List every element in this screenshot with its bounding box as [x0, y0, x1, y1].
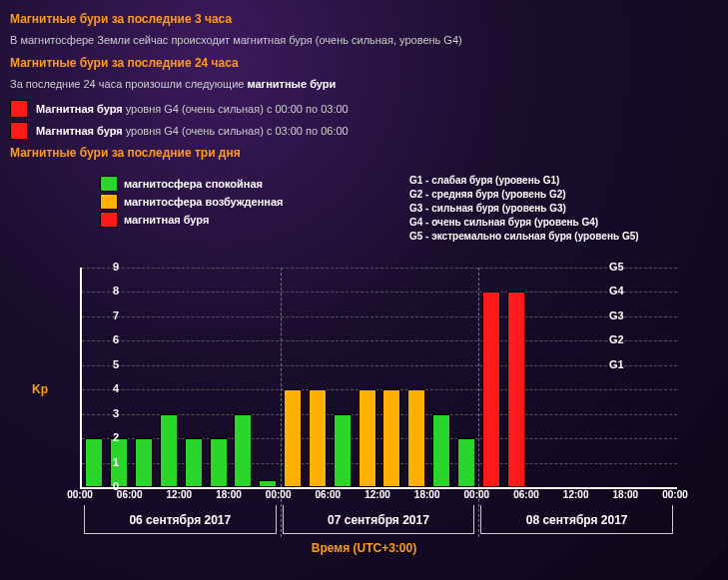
legend-g-row: G4 - очень сильная буря (уровень G4) — [409, 216, 639, 230]
kp-bar — [234, 414, 252, 487]
x-tick: 00:00 — [464, 489, 490, 500]
kp-bar — [432, 414, 450, 487]
current-status: В магнитосфере Земли сейчас происходит м… — [10, 34, 718, 46]
legend-text: магнитосфера спокойная — [124, 178, 263, 190]
kp-chart: магнитосфера спокойнаямагнитосфера возбу… — [10, 168, 718, 557]
x-tick: 06:00 — [117, 489, 143, 500]
kp-bar — [185, 438, 203, 487]
x-tick: 00:00 — [266, 489, 292, 500]
legend-text: магнитосфера возбужденная — [124, 196, 284, 208]
storm-label: Магнитная буря уровня G4 (очень сильная)… — [36, 125, 349, 137]
kp-bar — [359, 389, 376, 487]
kp-bar — [482, 291, 500, 487]
y-tick: 7 — [99, 309, 119, 321]
legend-swatch — [100, 212, 118, 228]
legend-g-row: G2 - средняя буря (уровень G2) — [409, 188, 639, 202]
y-tick: 5 — [99, 358, 119, 370]
y-tick: 4 — [99, 382, 119, 394]
kp-bar — [407, 389, 425, 487]
y-tick: 9 — [99, 261, 119, 273]
day-bracket: 08 сентября 2017 — [480, 505, 673, 534]
legend-swatch — [100, 194, 118, 210]
plot-area — [80, 268, 677, 489]
day-label: 07 сентября 2017 — [284, 513, 474, 527]
y-tick: 2 — [99, 431, 119, 443]
legend-text: магнитная буря — [124, 214, 209, 226]
g-tick: G5 — [609, 261, 635, 273]
heading-3d: Магнитные бури за последние три дня — [10, 146, 718, 160]
heading-24h: Магнитные бури за последние 24 часа — [10, 56, 718, 70]
x-tick: 06:00 — [513, 489, 539, 500]
storm-row: Магнитная буря уровня G4 (очень сильная)… — [10, 100, 718, 118]
intro-24h: За последние 24 часа произошли следующие… — [10, 78, 718, 90]
x-tick: 00:00 — [662, 489, 688, 500]
day-bracket: 06 сентября 2017 — [84, 505, 277, 534]
kp-bar — [457, 438, 475, 487]
y-tick: 6 — [99, 333, 119, 345]
kp-bar — [334, 414, 352, 487]
legend-swatch — [100, 176, 118, 192]
storm-list: Магнитная буря уровня G4 (очень сильная)… — [10, 100, 718, 140]
legend-g-row: G3 - сильная буря (уровень G3) — [409, 202, 639, 216]
g-tick: G1 — [609, 358, 635, 370]
day-bracket: 07 сентября 2017 — [283, 505, 475, 534]
legend-g-scale: G1 - слабая буря (уровень G1)G2 - средня… — [409, 174, 639, 244]
kp-bar — [210, 438, 228, 487]
day-label: 06 сентября 2017 — [85, 513, 276, 527]
kp-bar — [507, 291, 525, 487]
x-ticks: 00:0006:0012:0018:0000:0006:0012:0018:00… — [80, 489, 675, 503]
x-tick: 18:00 — [414, 489, 440, 500]
storm-label: Магнитная буря уровня G4 (очень сильная)… — [36, 103, 349, 115]
x-tick: 00:00 — [67, 489, 93, 500]
x-tick: 18:00 — [216, 489, 242, 500]
x-tick: 12:00 — [364, 489, 390, 500]
kp-bar — [382, 389, 400, 487]
kp-bar — [284, 389, 302, 487]
legend-states: магнитосфера спокойнаямагнитосфера возбу… — [100, 174, 284, 230]
y-axis-label: Kp — [32, 382, 48, 396]
g-tick: G3 — [609, 309, 635, 321]
legend-g-row: G5 - экстремально сильная буря (уровень … — [409, 230, 639, 244]
y-tick: 3 — [99, 407, 119, 419]
g-tick: G2 — [609, 333, 635, 345]
g-tick: G4 — [609, 285, 635, 296]
x-tick: 12:00 — [563, 489, 589, 500]
day-label: 08 сентября 2017 — [481, 513, 672, 527]
heading-3h: Магнитные бури за последние 3 часа — [10, 12, 718, 26]
x-tick: 18:00 — [613, 489, 639, 500]
storm-row: Магнитная буря уровня G4 (очень сильная)… — [10, 122, 718, 140]
x-tick: 06:00 — [316, 489, 342, 500]
severity-swatch — [10, 100, 28, 118]
kp-bar — [135, 438, 153, 487]
kp-bar — [309, 389, 327, 487]
kp-bar — [160, 414, 178, 487]
severity-swatch — [10, 122, 28, 140]
x-tick: 12:00 — [167, 489, 193, 500]
x-axis-label: Время (UTC+3:00) — [10, 541, 718, 555]
legend-g-row: G1 - слабая буря (уровень G1) — [409, 174, 639, 188]
y-tick: 1 — [99, 456, 119, 468]
y-tick: 8 — [99, 285, 119, 296]
kp-bar — [259, 480, 277, 487]
